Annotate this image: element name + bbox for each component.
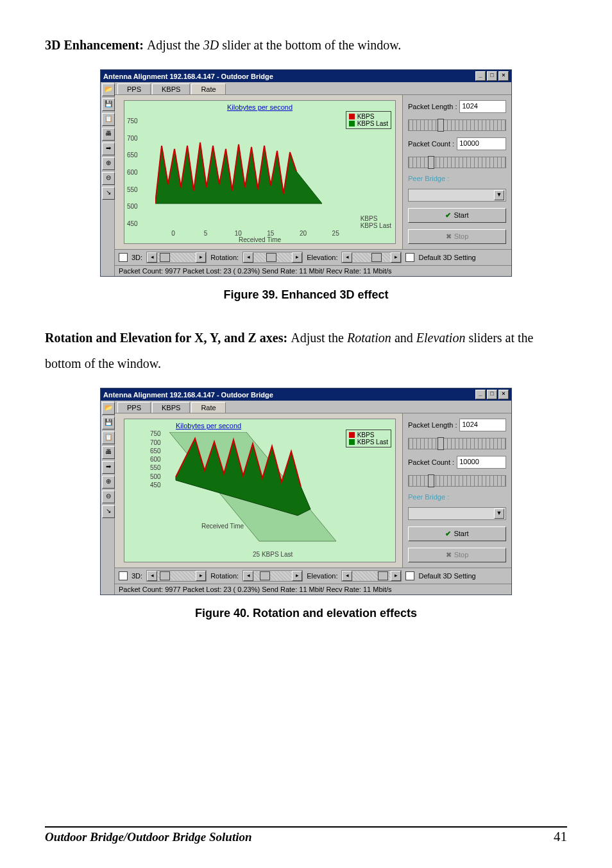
3d-slider[interactable]: ◂ ▸	[146, 252, 207, 263]
packet-length-slider[interactable]	[408, 119, 506, 131]
packet-count-input[interactable]: 10000	[457, 137, 506, 150]
ytick: 550	[150, 464, 161, 471]
chart-panel: Kilobytes per second KBPS KBPS Last 750 …	[115, 95, 402, 249]
scroll-right-icon[interactable]: ▸	[292, 571, 302, 581]
packet-count-slider[interactable]	[408, 157, 506, 168]
tab-kbps[interactable]: KBPS	[152, 83, 190, 94]
chart-legend: KBPS KBPS Last	[346, 111, 391, 129]
print-icon[interactable]: 🖶	[102, 128, 115, 141]
arrow-icon[interactable]: ↘	[102, 505, 115, 518]
tab-pps[interactable]: PPS	[117, 402, 151, 413]
save-icon[interactable]: 💾	[102, 98, 115, 111]
chart-wave	[155, 133, 322, 210]
arrow-icon[interactable]: ↘	[102, 187, 115, 200]
tab-bar: PPS KBPS Rate	[115, 401, 511, 413]
close-button[interactable]: ×	[498, 71, 509, 81]
paragraph-rotation-elevation: Rotation and Elevation for X, Y, and Z a…	[45, 325, 567, 376]
left-toolbar: 📂 💾 📋 🖶 ➡ ⊕ ⊖ ↘	[101, 82, 115, 276]
minimize-button[interactable]: _	[475, 390, 486, 399]
chart-title: Kilobytes per second	[176, 422, 395, 430]
scroll-right-icon[interactable]: ▸	[196, 571, 206, 581]
scroll-right-icon[interactable]: ▸	[292, 252, 302, 263]
legend-swatch-kbps-last	[349, 121, 355, 126]
packet-length-slider[interactable]	[408, 438, 506, 449]
open-icon[interactable]: 📂	[102, 83, 115, 96]
scroll-left-icon[interactable]: ◂	[342, 571, 352, 581]
3d-checkbox[interactable]	[119, 571, 128, 580]
packet-count-slider[interactable]	[408, 475, 506, 487]
ytick: 500	[150, 473, 161, 480]
scroll-left-icon[interactable]: ◂	[147, 571, 157, 581]
rotation-label: Rotation:	[210, 572, 239, 580]
start-button[interactable]: ✔Start	[408, 208, 506, 223]
packet-length-input[interactable]: 1024	[459, 419, 506, 431]
default-3d-checkbox[interactable]	[405, 253, 414, 262]
tab-kbps[interactable]: KBPS	[152, 402, 190, 413]
3d-checkbox[interactable]	[119, 253, 128, 262]
rotation-slider[interactable]: ◂ ▸	[242, 570, 303, 582]
packet-count-label: Packet Count :	[408, 458, 454, 466]
scroll-left-icon[interactable]: ◂	[243, 252, 253, 263]
page-number: 41	[554, 829, 567, 845]
scroll-right-icon[interactable]: ▸	[391, 571, 401, 581]
figure-39-caption: Figure 39. Enhanced 3D effect	[45, 288, 567, 302]
tab-rate[interactable]: Rate	[191, 402, 225, 413]
3d-slider[interactable]: ◂ ▸	[146, 570, 207, 582]
packet-length-label: Packet Length :	[408, 421, 457, 429]
zoom-out-icon[interactable]: ⊖	[102, 490, 115, 503]
copy-icon[interactable]: 📋	[102, 431, 115, 444]
peer-bridge-select[interactable]: ▼	[408, 189, 506, 202]
ytick: 550	[127, 186, 138, 193]
maximize-button[interactable]: □	[487, 390, 497, 399]
tab-pps[interactable]: PPS	[117, 83, 151, 94]
dropdown-icon: ▼	[494, 508, 504, 519]
zoom-in-icon[interactable]: ⊕	[102, 476, 115, 489]
ytick: 750	[150, 430, 161, 437]
scroll-right-icon[interactable]: ▸	[391, 252, 401, 263]
page-footer: Outdoor Bridge/Outdoor Bridge Solution 4…	[45, 826, 567, 845]
scroll-left-icon[interactable]: ◂	[147, 252, 157, 263]
ytick: 650	[150, 447, 161, 454]
copy-icon[interactable]: 📋	[102, 113, 115, 126]
tab-rate[interactable]: Rate	[191, 83, 225, 94]
p1-a: Adjust the	[147, 38, 203, 52]
left-toolbar: 📂 💾 📋 🖶 ➡ ⊕ ⊖ ↘	[101, 401, 115, 595]
save-icon[interactable]: 💾	[102, 417, 115, 430]
app-window: Antenna Alignment 192.168.4.147 - Outdoo…	[100, 388, 512, 595]
legend-kbps-last: KBPS Last	[357, 438, 388, 446]
p2-a: Adjust the	[291, 331, 347, 345]
status-bar: Packet Count: 9977 Packet Lost: 23 ( 0.2…	[115, 584, 511, 595]
open-icon[interactable]: 📂	[102, 402, 115, 415]
default-3d-checkbox[interactable]	[405, 571, 414, 580]
ytick: 750	[127, 117, 138, 125]
scroll-left-icon[interactable]: ◂	[342, 252, 352, 263]
ytick: 700	[150, 438, 161, 446]
close-button[interactable]: ×	[498, 390, 509, 399]
export-icon[interactable]: ➡	[102, 143, 115, 155]
rotation-slider[interactable]: ◂ ▸	[242, 252, 303, 263]
start-button[interactable]: ✔Start	[408, 526, 506, 541]
peer-bridge-label: Peer Bridge :	[408, 175, 506, 182]
stop-button[interactable]: ✖Stop	[408, 548, 506, 562]
chart-panel: Kilobytes per second KBPS KBPS Last 750 …	[115, 413, 402, 568]
side-panel: Packet Length : 1024 Packet Count : 1000…	[402, 413, 511, 568]
elevation-slider[interactable]: ◂ ▸	[341, 252, 402, 263]
minimize-button[interactable]: _	[475, 71, 486, 81]
figure-39: Antenna Alignment 192.168.4.147 - Outdoo…	[45, 69, 567, 277]
dropdown-icon: ▼	[494, 190, 504, 200]
scroll-right-icon[interactable]: ▸	[196, 252, 206, 263]
scroll-left-icon[interactable]: ◂	[243, 571, 253, 581]
legend-kbps: KBPS	[357, 113, 375, 120]
window-buttons: _ □ ×	[475, 390, 509, 399]
stop-button[interactable]: ✖Stop	[408, 229, 506, 244]
elevation-slider[interactable]: ◂ ▸	[341, 570, 402, 582]
packet-length-input[interactable]: 1024	[459, 100, 506, 113]
window-title: Antenna Alignment 192.168.4.147 - Outdoo…	[103, 391, 273, 399]
zoom-out-icon[interactable]: ⊖	[102, 172, 115, 185]
maximize-button[interactable]: □	[487, 71, 497, 81]
peer-bridge-select[interactable]: ▼	[408, 507, 506, 520]
zoom-in-icon[interactable]: ⊕	[102, 157, 115, 170]
packet-count-input[interactable]: 10000	[457, 456, 506, 469]
print-icon[interactable]: 🖶	[102, 446, 115, 459]
export-icon[interactable]: ➡	[102, 461, 115, 474]
